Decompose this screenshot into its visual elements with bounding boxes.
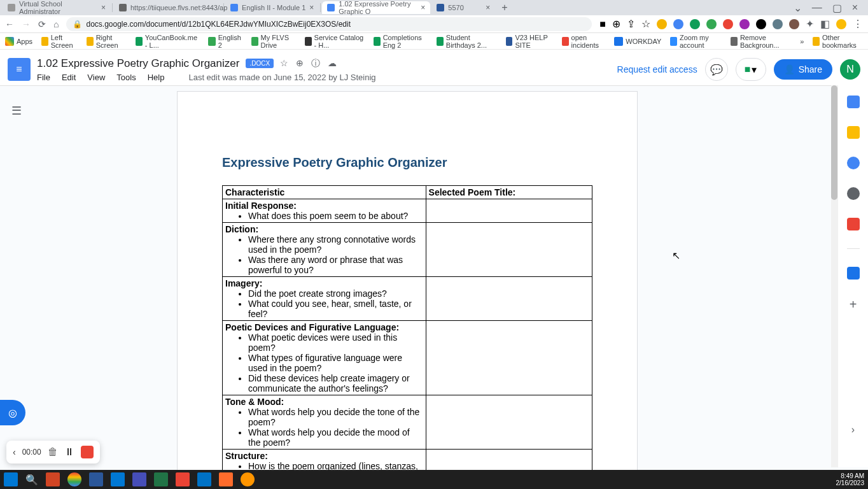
close-icon[interactable]: × — [309, 3, 314, 12]
request-edit-button[interactable]: Request edit access — [617, 64, 697, 74]
document-title[interactable]: 1.02 Expressive Poetry Graphic Organizer — [37, 57, 239, 70]
move-icon[interactable]: ⊕ — [296, 58, 304, 69]
minimize-icon[interactable]: — — [812, 2, 822, 14]
explorer-icon[interactable] — [111, 472, 125, 486]
bookmark-item[interactable]: Service Catalog - H... — [305, 34, 365, 49]
menu-view[interactable]: View — [87, 73, 105, 82]
answer-cell[interactable] — [426, 199, 592, 223]
ext-icon[interactable] — [690, 19, 700, 29]
info-icon[interactable]: ⓘ — [311, 58, 320, 69]
app-icon[interactable] — [176, 472, 190, 486]
outlook-icon[interactable] — [197, 472, 211, 486]
other-bookmarks[interactable]: Other bookmarks — [813, 34, 863, 49]
answer-cell[interactable] — [426, 277, 592, 321]
keep-icon[interactable] — [847, 126, 860, 139]
answer-cell[interactable] — [426, 395, 592, 450]
maximize-icon[interactable]: ▢ — [832, 2, 842, 14]
app-icon[interactable] — [219, 472, 233, 486]
menu-help[interactable]: Help — [148, 73, 165, 82]
firefox-icon[interactable] — [241, 472, 255, 486]
star-icon[interactable]: ☆ — [641, 18, 650, 30]
close-icon[interactable]: × — [421, 3, 425, 12]
addon-icon[interactable] — [847, 267, 860, 280]
star-icon[interactable]: ☆ — [280, 58, 288, 69]
meet-button[interactable]: ■▾ — [736, 58, 766, 81]
bookmark-item[interactable]: Student Birthdays 2... — [437, 34, 497, 49]
chevron-left-icon[interactable]: ‹ — [13, 447, 16, 457]
system-clock[interactable]: 8:49 AM 2/16/2023 — [836, 472, 865, 486]
menu-icon[interactable]: ⋮ — [853, 18, 863, 30]
ext-icon[interactable] — [773, 19, 783, 29]
answer-cell[interactable] — [426, 223, 592, 277]
plus-icon[interactable]: + — [850, 297, 857, 312]
ext-icon[interactable] — [723, 19, 733, 29]
cloud-icon[interactable]: ☁ — [328, 58, 337, 69]
start-icon[interactable] — [4, 472, 18, 486]
excel-icon[interactable] — [154, 472, 168, 486]
menu-file[interactable]: File — [37, 73, 50, 82]
ext-icon[interactable] — [739, 19, 750, 29]
contacts-icon[interactable] — [847, 187, 860, 200]
zoom-icon[interactable]: ⊕ — [612, 18, 620, 30]
answer-cell[interactable] — [426, 321, 592, 395]
teams-icon[interactable] — [132, 472, 146, 486]
scroll-thumb[interactable] — [831, 85, 837, 200]
bookmark-item[interactable]: Completions Eng 2 — [374, 34, 428, 49]
calendar-icon[interactable] — [847, 96, 860, 108]
close-icon[interactable]: × — [486, 3, 490, 12]
docs-logo-icon[interactable]: ≡ — [8, 58, 31, 81]
document-canvas[interactable]: ☰ Expressive Poetry Graphic Organizer Ch… — [0, 86, 868, 473]
recording-badge[interactable]: ◎ — [0, 400, 25, 425]
stop-button[interactable] — [81, 446, 94, 458]
bookmark-item[interactable]: Left Screen — [41, 34, 78, 49]
tab-vsa[interactable]: Virtual School Administrator× — [3, 1, 111, 14]
last-edit-text[interactable]: Last edit was made on June 15, 2022 by L… — [188, 73, 375, 82]
chrome-icon[interactable] — [67, 472, 81, 486]
ext-icon[interactable] — [756, 19, 766, 29]
bookmark-item[interactable]: open incidents — [562, 34, 605, 49]
bookmark-item[interactable]: My FLVS Drive — [251, 34, 296, 49]
ext-icon[interactable] — [657, 19, 667, 29]
close-icon[interactable]: × — [101, 3, 106, 12]
side-panel-icon[interactable]: ◧ — [820, 18, 830, 30]
bookmark-item[interactable]: Right Screen — [87, 34, 127, 49]
ext-icon[interactable] — [789, 19, 799, 29]
vertical-scrollbar[interactable] — [831, 85, 837, 467]
bookmark-overflow[interactable]: » — [800, 38, 804, 45]
bookmark-item[interactable]: Zoom my account — [670, 34, 722, 49]
chevron-down-icon[interactable]: ⌄ — [794, 2, 802, 14]
search-icon[interactable]: 🔍 — [25, 474, 38, 486]
menu-edit[interactable]: Edit — [62, 73, 76, 82]
tasks-icon[interactable] — [847, 157, 860, 169]
ext-icon[interactable] — [706, 19, 717, 29]
reload-icon[interactable]: ⟳ — [38, 19, 46, 29]
avatar[interactable]: N — [840, 59, 860, 80]
tab-5570[interactable]: 5570× — [431, 1, 495, 14]
tab-english[interactable]: English II - Module 1× — [225, 1, 319, 14]
word-icon[interactable] — [89, 472, 103, 486]
share-icon[interactable]: ⇪ — [627, 18, 635, 30]
ext-icon[interactable] — [673, 19, 683, 29]
bookmark-item[interactable]: V23 HELP SITE — [506, 34, 553, 49]
bookmark-item[interactable]: English 2 — [208, 34, 242, 49]
powerpoint-icon[interactable] — [46, 472, 60, 486]
menu-tools[interactable]: Tools — [116, 73, 136, 82]
back-icon[interactable]: ← — [5, 19, 14, 29]
bookmark-item[interactable]: WORKDAY — [614, 37, 661, 46]
url-field[interactable]: 🔒 docs.google.com/document/d/12b1QKL64ER… — [66, 17, 592, 31]
pause-icon[interactable]: ⏸ — [64, 446, 74, 458]
trash-icon[interactable]: 🗑 — [48, 446, 58, 458]
bookmark-item[interactable]: Remove Backgroun... — [731, 34, 791, 49]
profile-icon[interactable] — [836, 19, 846, 29]
tab-tiiqueue[interactable]: https://tiiqueue.flvs.net:8443/ap× — [114, 1, 222, 14]
comment-button[interactable]: 💬 — [705, 58, 728, 81]
maps-icon[interactable] — [847, 218, 860, 230]
outline-icon[interactable]: ☰ — [11, 104, 22, 118]
camera-icon[interactable]: ■ — [599, 18, 606, 30]
bookmark-item[interactable]: YouCanBook.me - L... — [136, 34, 199, 49]
extensions-icon[interactable]: ✦ — [806, 18, 814, 30]
chevron-right-icon[interactable]: › — [851, 424, 855, 436]
bookmark-apps[interactable]: Apps — [5, 37, 32, 46]
close-icon[interactable]: × — [852, 2, 858, 14]
share-button[interactable]: 👤Share — [774, 59, 832, 80]
